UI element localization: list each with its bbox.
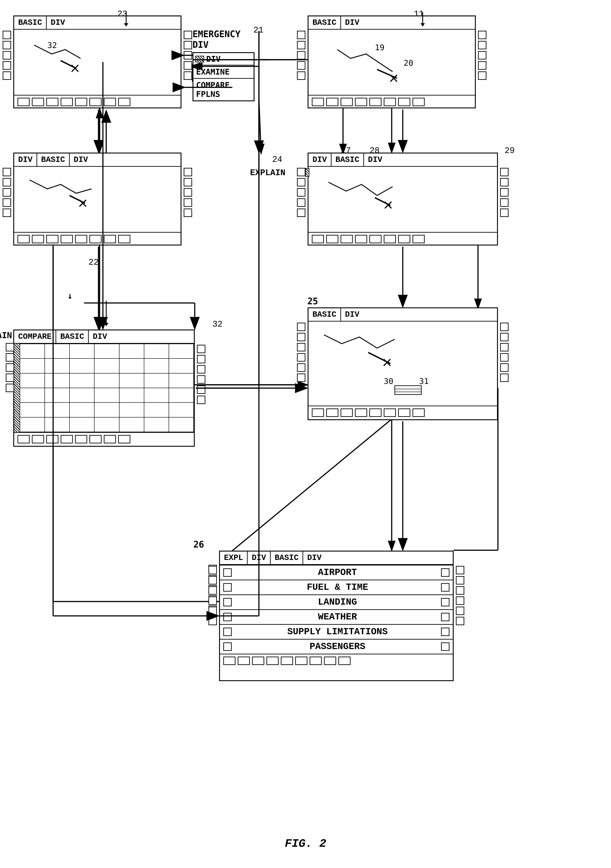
screen-29-btn-3[interactable] [340, 235, 353, 243]
screen-29-side-l5[interactable] [297, 209, 305, 217]
screen-25-btn-2[interactable] [326, 408, 338, 417]
screen-25-btn-7[interactable] [398, 408, 410, 417]
screen-22-side-r3[interactable] [183, 188, 192, 197]
screen-11-btn-5[interactable] [369, 98, 381, 106]
screen-25-side-r2[interactable] [500, 333, 508, 341]
screen-compare-tab-compare[interactable]: COMPARE [14, 330, 56, 343]
screen-26-btn-8[interactable] [324, 657, 336, 665]
screen-26-tab-div2[interactable]: DIV [303, 552, 325, 564]
screen-11-tab-basic[interactable]: BASIC [308, 16, 341, 29]
screen-22-btn-2[interactable] [32, 235, 44, 243]
screen-22-tab-basic[interactable]: BASIC [37, 153, 70, 166]
screen-26-side-r1[interactable] [456, 566, 464, 574]
screen-22-btn-8[interactable] [118, 235, 131, 243]
screen-23-side-l2[interactable] [3, 41, 11, 49]
screen-25-tab-div[interactable]: DIV [341, 308, 363, 321]
screen-29-btn-5[interactable] [369, 235, 381, 243]
screen-25-btn-8[interactable] [412, 408, 424, 417]
screen-11-side-r3[interactable] [478, 51, 487, 59]
screen-26-side-r4[interactable] [456, 597, 464, 605]
screen-25-btn-5[interactable] [369, 408, 381, 417]
screen-11-btn-2[interactable] [326, 98, 338, 106]
menu-item-compare[interactable]: COMPAREFPLNS [193, 79, 253, 101]
screen-23-btn-8[interactable] [118, 98, 131, 106]
screen-11-side-r2[interactable] [478, 41, 487, 49]
screen-26-btn-7[interactable] [309, 657, 322, 665]
screen-23-side-l3[interactable] [3, 51, 11, 59]
screen-26-side-r6[interactable] [456, 617, 464, 625]
screen-25-btn-4[interactable] [355, 408, 367, 417]
screen-26-btn-5[interactable] [281, 657, 293, 665]
screen-23-side-l5[interactable] [3, 71, 11, 80]
screen-25-side-l6[interactable] [297, 374, 305, 382]
screen-compare-side-l4[interactable] [6, 374, 14, 382]
screen-29-btn-2[interactable] [326, 235, 338, 243]
screen-11-btn-7[interactable] [398, 98, 410, 106]
screen-25-btn-3[interactable] [340, 408, 353, 417]
screen-compare-btn-7[interactable] [104, 435, 116, 443]
screen-26-side-r2[interactable] [456, 576, 464, 584]
screen-26-side-lx3[interactable] [208, 586, 217, 595]
screen-compare-btn-3[interactable] [46, 435, 58, 443]
screen-29-side-r5[interactable] [500, 209, 508, 217]
screen-25-side-l1[interactable] [297, 322, 305, 331]
screen-25-side-l5[interactable] [297, 363, 305, 372]
screen-compare-btn-5[interactable] [75, 435, 87, 443]
screen-11-side-r4[interactable] [478, 61, 487, 70]
screen-compare-btn-6[interactable] [89, 435, 101, 443]
screen-26-tab-expl[interactable]: EXPL [220, 552, 248, 564]
screen-26-side-lx4[interactable] [208, 597, 217, 605]
screen-22-btn-5[interactable] [75, 235, 87, 243]
screen-11-side-r5[interactable] [478, 71, 487, 80]
screen-23-side-l4[interactable] [3, 61, 11, 70]
screen-26-side-lx5[interactable] [208, 607, 217, 615]
screen-23-tab-basic[interactable]: BASIC [14, 16, 47, 29]
screen-29-btn-1[interactable] [312, 235, 324, 243]
screen-25-side-l3[interactable] [297, 343, 305, 352]
screen-compare-tab-basic[interactable]: BASIC [56, 330, 89, 343]
screen-26-side-lx1[interactable] [208, 566, 217, 574]
screen-25-side-r5[interactable] [500, 363, 508, 372]
screen-compare-side-l2[interactable] [6, 353, 14, 361]
screen-23-btn-3[interactable] [46, 98, 58, 106]
screen-11-side-l5[interactable] [297, 71, 305, 80]
screen-11-side-l2[interactable] [297, 41, 305, 49]
screen-11-btn-6[interactable] [384, 98, 396, 106]
screen-22-side-l1[interactable] [3, 168, 11, 176]
screen-25-side-l2[interactable] [297, 333, 305, 341]
screen-29-side-l3[interactable] [297, 188, 305, 197]
screen-compare-side-r2[interactable] [197, 355, 205, 363]
screen-22-side-l5[interactable] [3, 209, 11, 217]
screen-11-tab-div[interactable]: DIV [341, 16, 363, 29]
screen-25-tab-basic[interactable]: BASIC [308, 308, 341, 321]
screen-23-side-l1[interactable] [3, 31, 11, 39]
screen-11-btn-3[interactable] [340, 98, 353, 106]
screen-29-side-l4[interactable] [297, 198, 305, 207]
screen-26-side-lx2[interactable] [208, 576, 217, 584]
screen-23-side-r2[interactable] [183, 41, 192, 49]
screen-26-tab-div1[interactable]: DIV [248, 552, 271, 564]
screen-compare-btn-8[interactable] [118, 435, 131, 443]
screen-compare-side-r4[interactable] [197, 375, 205, 384]
screen-29-side-r1[interactable] [500, 168, 508, 176]
screen-29-side-r2[interactable] [500, 178, 508, 186]
screen-25-btn-6[interactable] [384, 408, 396, 417]
screen-22-side-l2[interactable] [3, 178, 11, 186]
screen-26-btn-1[interactable] [223, 657, 235, 665]
screen-23-side-r1[interactable] [183, 31, 192, 39]
screen-11-side-l1[interactable] [297, 31, 305, 39]
screen-11-side-l3[interactable] [297, 51, 305, 59]
screen-29-btn-4[interactable] [355, 235, 367, 243]
screen-23-btn-2[interactable] [32, 98, 44, 106]
screen-22-side-r2[interactable] [183, 178, 192, 186]
screen-29-side-l2[interactable] [297, 178, 305, 186]
screen-26-btn-6[interactable] [295, 657, 307, 665]
screen-29-btn-6[interactable] [384, 235, 396, 243]
screen-26-btn-9[interactable] [338, 657, 351, 665]
screen-11-btn-4[interactable] [355, 98, 367, 106]
screen-compare-btn-4[interactable] [61, 435, 73, 443]
screen-23-btn-5[interactable] [75, 98, 87, 106]
screen-23-btn-4[interactable] [61, 98, 73, 106]
screen-22-side-l4[interactable] [3, 198, 11, 207]
screen-22-btn-4[interactable] [61, 235, 73, 243]
